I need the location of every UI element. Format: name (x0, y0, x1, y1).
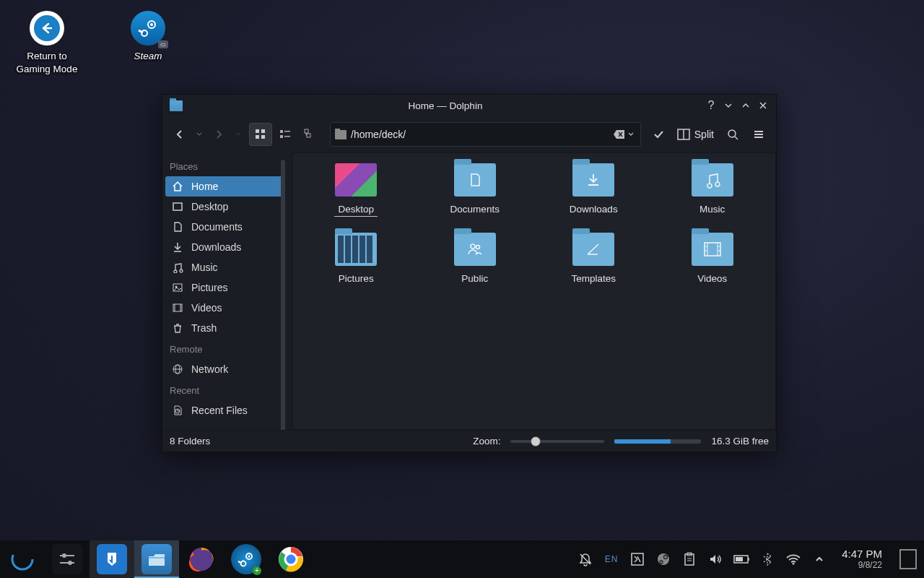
split-view-button[interactable]: Split (673, 123, 718, 146)
sidebar-item-music[interactable]: Music (162, 257, 287, 277)
help-button[interactable]: ? (702, 97, 720, 114)
chevron-down-icon (627, 131, 635, 138)
folder-downloads[interactable]: Downloads (538, 163, 650, 217)
taskbar-dolphin[interactable] (134, 540, 179, 578)
pictures-icon (171, 281, 184, 294)
forward-history-dropdown[interactable] (233, 123, 243, 146)
svg-point-1 (150, 23, 153, 26)
desktop-icon (171, 200, 184, 213)
icons-view-button[interactable] (249, 123, 272, 146)
folder-pictures[interactable]: Pictures (300, 233, 412, 285)
back-button[interactable] (168, 123, 191, 146)
maximize-button[interactable] (737, 97, 754, 114)
confirm-path-button[interactable] (647, 123, 670, 146)
folder-templates[interactable]: Templates (538, 233, 650, 285)
details-view-button[interactable] (298, 123, 321, 146)
sidebar-item-desktop[interactable]: Desktop (162, 197, 287, 217)
svg-point-39 (12, 549, 32, 569)
minimize-button[interactable] (720, 97, 737, 114)
sidebar-item-downloads[interactable]: Downloads (162, 237, 287, 257)
bluetooth-icon[interactable] (759, 552, 775, 566)
sidebar-item-documents[interactable]: Documents (162, 217, 287, 237)
zoom-slider[interactable] (510, 440, 604, 443)
zoom-slider-knob[interactable] (531, 436, 541, 447)
svg-rect-4 (261, 129, 265, 133)
discover-icon (97, 544, 127, 574)
toolbar: Split (162, 116, 776, 152)
svg-point-30 (471, 244, 475, 249)
clock[interactable]: 4:47 PM 9/8/22 (837, 548, 886, 570)
folder-music[interactable]: Music (657, 163, 769, 217)
path-input[interactable] (351, 129, 611, 140)
svg-rect-8 (284, 131, 290, 132)
sidebar-item-recent-files[interactable]: Recent Files (162, 400, 287, 420)
folder-documents[interactable]: Documents (419, 163, 531, 217)
icon-grid: Desktop Documents Downloads Music Pictur… (293, 153, 775, 429)
hamburger-menu-button[interactable] (747, 123, 770, 146)
sidebar-item-videos[interactable]: Videos (162, 298, 287, 318)
svg-rect-3 (256, 129, 259, 133)
clipboard-icon[interactable] (681, 552, 697, 566)
svg-point-49 (285, 553, 297, 565)
zoom-label: Zoom: (473, 436, 500, 447)
sidebar-scrollbar[interactable] (281, 160, 285, 430)
taskbar-settings[interactable] (45, 540, 90, 578)
clear-path-button[interactable] (611, 128, 636, 141)
wifi-icon[interactable] (785, 553, 801, 566)
desktop-icons: Return to Gaming Mode ▭ Steam (7, 11, 188, 75)
recent-files-icon (171, 404, 184, 417)
sidebar-item-label: Downloads (191, 241, 241, 253)
svg-rect-61 (749, 558, 749, 561)
show-desktop-button[interactable] (899, 549, 917, 569)
taskbar-chrome[interactable] (269, 540, 313, 578)
clock-time: 4:47 PM (842, 548, 882, 560)
sidebar-header-recent: Recent (162, 379, 287, 400)
file-view[interactable]: Desktop Documents Downloads Music Pictur… (292, 152, 776, 430)
folder-label: Music (696, 202, 728, 216)
forward-button[interactable] (207, 123, 230, 146)
taskbar-firefox[interactable] (179, 540, 224, 578)
firefox-icon (186, 544, 217, 574)
taskbar-launcher[interactable] (0, 540, 45, 578)
location-bar[interactable] (330, 122, 641, 147)
home-icon (171, 180, 184, 193)
sidebar-item-label: Pictures (191, 282, 228, 293)
back-history-dropdown[interactable] (194, 123, 204, 146)
folder-icon (335, 163, 377, 197)
volume-icon[interactable] (707, 552, 723, 566)
steam-tray-icon[interactable] (655, 552, 671, 566)
sidebar-item-network[interactable]: Network (162, 359, 287, 379)
sidebar-item-label: Videos (191, 302, 222, 314)
notifications-icon[interactable] (578, 552, 593, 566)
folder-label: Documents (447, 202, 503, 216)
close-button[interactable] (754, 97, 772, 114)
tray-expand-icon[interactable] (811, 554, 827, 564)
sidebar-item-label: Network (191, 363, 228, 375)
taskbar-steam[interactable]: + (224, 540, 269, 578)
svg-rect-11 (305, 129, 308, 133)
sidebar-item-trash[interactable]: Trash (162, 318, 287, 338)
sidebar-item-label: Trash (191, 322, 217, 334)
sidebar-item-pictures[interactable]: Pictures (162, 277, 287, 298)
desktop-icon-return-gaming[interactable]: Return to Gaming Mode (7, 11, 87, 75)
folder-public[interactable]: Public (419, 233, 531, 285)
sidebar-item-home[interactable]: Home (165, 176, 284, 197)
taskbar-discover[interactable] (90, 540, 134, 578)
split-icon (677, 129, 690, 140)
folder-label: Downloads (566, 202, 622, 216)
desktop-icon-steam[interactable]: ▭ Steam (108, 11, 188, 75)
battery-icon[interactable] (733, 554, 749, 564)
keyboard-layout-indicator[interactable]: EN (603, 554, 619, 564)
window-title: Home — Dolphin (188, 100, 702, 111)
compact-view-button[interactable] (274, 123, 297, 146)
folder-desktop[interactable]: Desktop (300, 163, 412, 217)
settings-icon (52, 544, 82, 574)
tray-app-icon[interactable] (629, 552, 645, 566)
titlebar[interactable]: Home — Dolphin ? (162, 95, 776, 116)
sidebar-item-label: Music (191, 262, 218, 273)
folder-label: Templates (567, 272, 619, 285)
dolphin-titlebar-icon (170, 100, 183, 111)
sidebar-item-label: Recent Files (191, 405, 248, 416)
folder-videos[interactable]: Videos (657, 233, 769, 285)
search-button[interactable] (721, 123, 744, 146)
